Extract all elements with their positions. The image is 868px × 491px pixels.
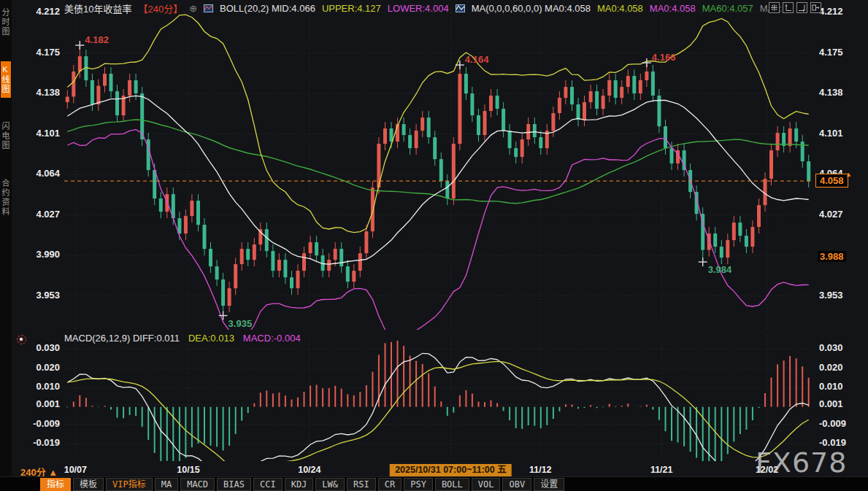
macd-axis-right--0.009: -0.009 [819,418,846,429]
toolbar-button-templates[interactable]: 模板 [73,478,104,491]
annotation-4.164: 4.164 [465,54,489,65]
ma-indicator-icon[interactable] [456,4,465,12]
toolbar-button-settings[interactable]: 设置 [534,478,564,491]
chart-header: 美债10年收益率 【240分】 ⊕ BOLL(20,2) MID:4.066 U… [64,2,782,14]
macd-histogram [67,341,808,461]
annotation-4.182: 4.182 [85,34,109,45]
boll-indicator-icon[interactable] [204,4,213,12]
main-chart-canvas[interactable]: 4.1824.1644.1663.9353.984 [64,7,812,330]
ma0-magenta-value: MA0:4.058 [650,3,696,14]
macd-dea-value: DEA:0.013 [188,333,234,344]
macd-axis-left--0.019: -0.019 [22,437,60,448]
instrument-title: 美债10年收益率 [64,1,131,15]
session-highlight-label: 2025/10/31 07:00~11:00 五 [390,464,512,476]
toolbar-button-obv[interactable]: OBV [502,478,531,491]
current-price-tag: 4.058 [815,174,848,187]
macd-diff-line [67,353,808,461]
y-axis-right-3.953: 3.953 [819,290,843,301]
time-axis-label-10/24: 10/24 [298,465,320,475]
y-axis-left-3.953: 3.953 [22,290,60,301]
toolbar-button-ma[interactable]: MA [155,478,178,491]
export-icon[interactable] [810,2,821,13]
toolbar-button-cr[interactable]: CR [378,478,402,491]
macd-axis-right-0.010: 0.010 [819,381,843,392]
toolbar-button-vol[interactable]: VOL [472,478,501,491]
boll-mid-line [67,96,808,264]
ma0-white-value: MA(0,0,0,60,0,0) MA0:4.058 [472,3,591,14]
sidebar-tab-kline-chart[interactable]: K线图 [1,61,11,98]
chart-tool-icons [769,2,821,13]
macd-header: MACD(26,12,9) DIFF:0.011 DEA:0.013 MACD:… [64,333,301,344]
axis-scale-left-icon[interactable] [783,2,794,13]
macd-axis-right-0.020: 0.020 [819,362,843,373]
toolbar-button-rsi[interactable]: RSI [347,478,376,491]
annotation-3.984: 3.984 [708,264,732,275]
macd-axis-left-0.010: 0.010 [22,381,60,392]
sidebar-tab-lightning-chart[interactable]: 闪电图 [1,118,11,154]
watermark: FX678 [756,446,847,479]
period-label: 【240分】 [138,1,183,15]
y-axis-left-4.138: 4.138 [22,87,60,98]
y-axis-left-4.175: 4.175 [22,47,60,58]
sidebar-tab-contract-info[interactable]: 合约资料 [1,175,11,220]
ma0-yellow-value: MA0:4.058 [597,3,643,14]
macd-axis-left-0.020: 0.020 [22,362,60,373]
y-axis-left-4.064: 4.064 [22,168,60,179]
y-axis-left-4.027: 4.027 [22,209,60,220]
sidebar: 分时图 K线图 闪电图 合约资料 [0,0,12,476]
candlestick-series [66,45,810,316]
y-axis-right-4.027: 4.027 [819,209,843,220]
y-axis-right-4.175: 4.175 [819,47,843,58]
main-grid [64,7,812,330]
live-marker-icon [17,335,26,344]
app-window: 分时图 K线图 闪电图 合约资料 美债10年收益率 【240分】 ⊕ BOLL(… [0,0,868,491]
macd-params-diff: MACD(26,12,9) DIFF:0.011 [64,333,180,344]
macd-axis-right-0.001: 0.001 [819,398,843,409]
toolbar-button-kdj[interactable]: KDJ [285,478,314,491]
y-axis-left-4.212: 4.212 [22,6,60,17]
collapse-indicator-icon[interactable]: ⊕ [189,3,197,14]
session-low-label: 3.988 [818,251,846,262]
annotation-3.935: 3.935 [228,318,253,329]
y-axis-right-4.138: 4.138 [819,87,843,98]
y-axis-right-4.212: 4.212 [819,6,843,17]
macd-axis-left-0.030: 0.030 [22,342,60,353]
toolbar-button-indicators[interactable]: 指标 [40,478,71,491]
macd-chart-canvas[interactable] [64,336,812,461]
macd-axis-right-0.030: 0.030 [819,342,843,353]
toolbar-button-psy[interactable]: PSY [404,478,433,491]
macd-dea-line [67,361,808,461]
time-axis-label-11/21: 11/21 [650,465,673,475]
annotation-4.166: 4.166 [652,52,676,63]
toolbar-button-bias[interactable]: BIAS [217,478,251,491]
y-axis-left-4.101: 4.101 [22,128,60,139]
toolbar-button-cci[interactable]: CCI [253,478,283,491]
boll-mid-value: BOLL(20,2) MID:4.066 [220,3,315,14]
time-axis-label-10/15: 10/15 [177,465,199,475]
time-axis: 2025/10/31 07:00~11:00 五 10/0710/1510/24… [64,464,812,476]
pan-icon[interactable] [769,2,780,13]
time-axis-label-11/12: 11/12 [529,465,552,475]
toolbar-button-macd[interactable]: MACD [180,478,215,491]
time-axis-label-10/07: 10/07 [64,465,87,475]
price-arrow-icon: ▲ [845,171,852,178]
axis-scale-right-icon[interactable] [796,2,807,13]
boll-lower-value: LOWER:4.004 [388,3,449,14]
toolbar-button-boll[interactable]: BOLL [435,478,469,491]
y-axis-left-3.990: 3.990 [22,249,60,260]
macd-axis-left-0.001: 0.001 [22,398,60,409]
indicator-toolbar: 指标模板VIP指标MAMACDBIASCCIKDJLW&RSICRPSYBOLL… [0,476,868,491]
toolbar-button-lwr[interactable]: LW& [315,478,345,491]
macd-axis-left--0.009: -0.009 [22,418,60,429]
toolbar-button-vip-indicators[interactable]: VIP指标 [106,478,153,491]
macd-macd-value: MACD:-0.004 [243,333,301,344]
sidebar-tab-time-chart[interactable]: 分时图 [1,4,11,40]
y-axis-right-4.101: 4.101 [819,128,843,139]
boll-upper-value: UPPER:4.127 [322,3,381,14]
ma60-line [67,120,808,204]
ma60-value: MA60:4.057 [702,3,753,14]
